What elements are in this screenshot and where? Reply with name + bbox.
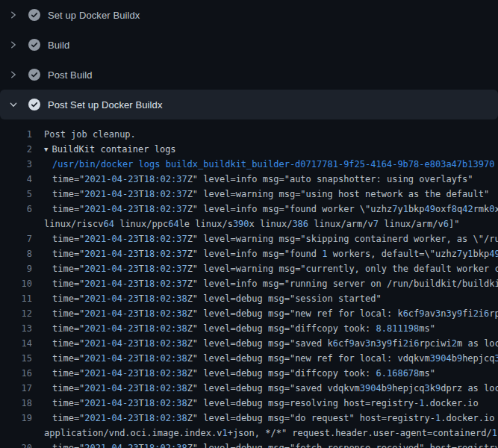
log-line-text: time="2021-04-23T18:02:38Z" level=debug … xyxy=(52,351,498,366)
log-line-number[interactable]: 20 xyxy=(0,441,32,448)
step-row-post-setup-docker-buildx[interactable]: Post Set up Docker Buildx xyxy=(0,90,498,119)
number-token: 2021-04-23 xyxy=(84,323,138,334)
number-token: 49 xyxy=(489,249,498,259)
number-token: 6 xyxy=(414,338,419,349)
number-token: 1 xyxy=(419,398,424,408)
log-line-text: application/vnd.oci.image.index.v1+json,… xyxy=(44,426,498,441)
number-token: 3 xyxy=(365,338,370,349)
log-line-number[interactable]: 18 xyxy=(0,396,32,411)
step-row-setup-docker-buildx[interactable]: Set up Docker Buildx xyxy=(0,0,498,30)
number-token: 18:02:38 xyxy=(144,398,187,408)
log-output: 1Post job cleanup.2▼BuildKit container l… xyxy=(0,119,498,448)
number-token: 18:02:38 xyxy=(144,368,187,379)
number-token: 18:02:38 xyxy=(144,413,187,423)
number-token: 1 xyxy=(403,204,408,214)
number-token: 6 xyxy=(403,308,408,319)
number-token: 6.168678 xyxy=(376,368,420,379)
log-line-number[interactable]: 12 xyxy=(0,306,32,321)
number-token: 6 xyxy=(443,219,449,229)
check-circle-icon xyxy=(28,9,40,21)
number-token: 18:02:38 xyxy=(144,338,187,349)
number-token: 7 xyxy=(457,249,462,259)
log-line-number xyxy=(0,217,32,231)
number-token: 18:02:37 xyxy=(144,249,187,259)
log-line-number[interactable]: 6 xyxy=(0,202,32,217)
number-token: 18:02:37 xyxy=(144,234,187,244)
log-line-text: time="2021-04-23T18:02:38Z" level=debug … xyxy=(52,441,498,448)
number-token: 9 xyxy=(349,338,354,349)
log-line: 5time="2021-04-23T18:02:37Z" level=warni… xyxy=(0,187,498,202)
log-line-text: time="2021-04-23T18:02:38Z" level=debug … xyxy=(52,336,498,351)
log-line-number[interactable]: 16 xyxy=(0,366,32,381)
log-line-number[interactable]: 15 xyxy=(0,351,32,366)
number-token: 1.4 xyxy=(492,428,498,438)
step-row-post-build[interactable]: Post Build xyxy=(0,60,498,90)
number-token: 2 xyxy=(473,308,479,319)
number-token: 2021-04-23 xyxy=(84,264,138,274)
number-token: 64 xyxy=(103,219,113,229)
log-line: 2▼BuildKit container logs xyxy=(0,142,498,157)
log-group-toggle[interactable]: ▼BuildKit container logs xyxy=(44,142,176,157)
number-token: 3 xyxy=(494,353,498,364)
number-token: 7 xyxy=(373,219,379,229)
chevron-down-icon[interactable] xyxy=(7,99,19,111)
log-line-number[interactable]: 13 xyxy=(0,321,32,336)
log-line-text: time="2021-04-23T18:02:37Z" level=info m… xyxy=(52,172,473,187)
number-token: 2021-04-23 xyxy=(84,338,138,349)
log-line: 19time="2021-04-23T18:02:38Z" level=debu… xyxy=(0,411,498,426)
log-line-text: time="2021-04-23T18:02:37Z" level=warnin… xyxy=(52,187,489,202)
log-line-number[interactable]: 14 xyxy=(0,336,32,351)
number-token: 386 xyxy=(292,219,308,229)
number-token: 2 xyxy=(452,338,457,349)
number-token: 2021-04-23 xyxy=(84,189,138,199)
log-line: 20time="2021-04-23T18:02:38Z" level=debu… xyxy=(0,441,498,448)
number-token: 3 xyxy=(435,308,441,319)
log-line-number[interactable]: 2 xyxy=(0,142,32,157)
log-line-text: Post job cleanup. xyxy=(44,127,136,142)
chevron-right-icon[interactable] xyxy=(7,9,19,21)
number-token: 6 xyxy=(333,338,338,349)
log-line: 17time="2021-04-23T18:02:38Z" level=debu… xyxy=(0,381,498,396)
log-line-text: time="2021-04-23T18:02:38Z" level=debug … xyxy=(52,381,498,396)
log-line-text: time="2021-04-23T18:02:37Z" level=warnin… xyxy=(52,261,498,276)
log-line: application/vnd.oci.image.index.v1+json,… xyxy=(0,426,498,441)
step-row-build[interactable]: Build xyxy=(0,30,498,60)
log-line-number[interactable]: 17 xyxy=(0,381,32,396)
log-line: 18time="2021-04-23T18:02:38Z" level=debu… xyxy=(0,396,498,411)
number-token: 6 xyxy=(484,308,489,319)
number-token: 1 xyxy=(322,249,327,259)
log-line: 8time="2021-04-23T18:02:37Z" level=info … xyxy=(0,246,498,261)
number-token: 18:02:38 xyxy=(144,443,187,448)
log-line-text: time="2021-04-23T18:02:37Z" level=info m… xyxy=(52,246,498,261)
log-line-text: time="2021-04-23T18:02:38Z" level=debug … xyxy=(52,366,435,381)
log-line-number[interactable]: 1 xyxy=(0,127,32,142)
log-line-number[interactable]: 7 xyxy=(0,231,32,246)
number-token: 3 xyxy=(446,308,451,319)
number-token: 3904 xyxy=(360,383,382,393)
log-line: 14time="2021-04-23T18:02:38Z" level=debu… xyxy=(0,336,498,351)
log-line: 3/usr/bin/docker logs buildx_buildkit_bu… xyxy=(0,157,498,172)
log-line: 16time="2021-04-23T18:02:38Z" level=debu… xyxy=(0,366,498,381)
actions-log-viewer: Set up Docker Buildx Build Post Build xyxy=(0,0,498,448)
log-line-number[interactable]: 9 xyxy=(0,261,32,276)
step-list: Set up Docker Buildx Build Post Build xyxy=(0,0,498,119)
chevron-right-icon[interactable] xyxy=(7,69,19,81)
number-token: 2021-04-23 xyxy=(84,279,138,289)
number-token: 49 xyxy=(425,204,435,214)
number-token: 3904 xyxy=(430,353,452,364)
log-line-number[interactable]: 10 xyxy=(0,276,32,291)
log-line-text: time="2021-04-23T18:02:38Z" level=debug … xyxy=(52,291,382,306)
log-line-number[interactable]: 8 xyxy=(0,246,32,261)
number-token: 2021-04-23 xyxy=(84,293,138,304)
number-token: 18:02:38 xyxy=(144,323,187,334)
number-token: 2021-04-23 xyxy=(84,249,138,259)
log-line-number[interactable]: 19 xyxy=(0,411,32,426)
number-token: 64 xyxy=(168,219,178,229)
log-line-number[interactable]: 5 xyxy=(0,187,32,202)
chevron-right-icon[interactable] xyxy=(7,39,19,51)
expand-triangle-icon[interactable]: ▼ xyxy=(44,146,48,153)
number-token: 9 xyxy=(387,383,392,393)
log-line-number[interactable]: 4 xyxy=(0,172,32,187)
log-line-number[interactable]: 3 xyxy=(0,157,32,172)
log-line-number[interactable]: 11 xyxy=(0,291,32,306)
